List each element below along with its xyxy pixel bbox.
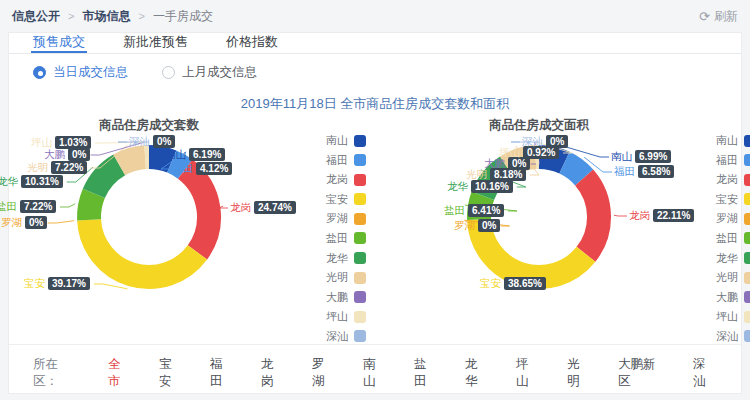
pie-slice-龙华[interactable] [94, 165, 119, 193]
filter-option-罗湖[interactable]: 罗湖 [312, 356, 336, 390]
legend-color-chip [354, 135, 366, 147]
pie-label-district: 福田 [172, 162, 193, 176]
legend-item-龙岗[interactable]: 龙岗 [310, 172, 366, 187]
filter-option-龙岗[interactable]: 龙岗 [261, 356, 285, 390]
pie-label-value: 24.74% [254, 201, 296, 214]
pie-label-深汕: 深汕0% [522, 135, 568, 148]
radio-label: 上月成交信息 [182, 64, 257, 81]
pie-label-leader-line [48, 221, 74, 223]
pie-label-district: 深汕 [522, 135, 543, 149]
pie-label-宝安: 宝安39.17% [24, 277, 90, 290]
filter-option-大鹏新区[interactable]: 大鹏新区 [618, 356, 666, 390]
content-card: 预售成交 新批准预售 价格指数 当日成交信息 上月成交信息 2019年11月18… [8, 32, 742, 394]
legend-item-南山[interactable]: 南山 [700, 133, 750, 148]
legend-item-龙华[interactable]: 龙华 [310, 251, 366, 266]
filter-option-福田[interactable]: 福田 [210, 356, 234, 390]
radio-unselected-icon [162, 66, 175, 79]
legend-label: 南山 [716, 133, 738, 148]
legend-item-福田[interactable]: 福田 [700, 153, 750, 168]
legend-label: 龙华 [716, 251, 738, 266]
radio-last-month-deals[interactable]: 上月成交信息 [162, 64, 257, 81]
breadcrumb-item-info-disclosure[interactable]: 信息公开 [12, 8, 60, 25]
pie-label-南山: 南山6.19% [165, 148, 225, 161]
pie-label-district: 坪山 [499, 146, 520, 160]
legend-color-chip [744, 213, 750, 225]
pie-slice-福田[interactable] [565, 163, 585, 178]
pie-slice-龙岗[interactable] [185, 169, 209, 252]
filter-option-光明[interactable]: 光明 [567, 356, 591, 390]
legend-item-宝安[interactable]: 宝安 [700, 192, 750, 207]
refresh-button[interactable]: ⟳ 刷新 [699, 8, 738, 25]
legend-color-chip [744, 252, 750, 264]
tab-price-index[interactable]: 价格指数 [224, 33, 280, 53]
filter-option-盐田[interactable]: 盐田 [414, 356, 438, 390]
legend-label: 罗湖 [716, 211, 738, 226]
tab-presale-transactions[interactable]: 预售成交 [31, 33, 87, 53]
pie-label-district: 南山 [611, 150, 632, 164]
pie-label-value: 0% [25, 216, 47, 229]
legend-item-光明[interactable]: 光明 [310, 270, 366, 285]
pie-label-龙华: 龙华10.16% [447, 180, 513, 193]
pie-label-leader-line [219, 206, 228, 208]
filter-option-龙华[interactable]: 龙华 [465, 356, 489, 390]
pie-label-district: 南山 [165, 148, 186, 162]
legend-item-坪山[interactable]: 坪山 [310, 309, 366, 324]
pie-slice-龙岗[interactable] [584, 178, 599, 255]
legend-item-盐田[interactable]: 盐田 [700, 231, 750, 246]
filter-option-宝安[interactable]: 宝安 [159, 356, 183, 390]
tab-new-approved-presale[interactable]: 新批准预售 [121, 33, 190, 53]
pie-slice-盐田[interactable] [89, 193, 94, 220]
legend-item-龙岗[interactable]: 龙岗 [700, 172, 750, 187]
legend-item-大鹏[interactable]: 大鹏 [310, 290, 366, 305]
filter-option-全市[interactable]: 全市 [108, 356, 132, 390]
pie-label-district: 龙华 [0, 175, 18, 189]
legend-label: 南山 [326, 133, 348, 148]
legend-item-坪山[interactable]: 坪山 [700, 309, 750, 324]
breadcrumb-item-market-info[interactable]: 市场信息 [82, 8, 130, 25]
legend-color-chip [354, 213, 366, 225]
legend-color-chip [744, 291, 750, 303]
legend-item-罗湖[interactable]: 罗湖 [700, 211, 750, 226]
filter-option-坪山[interactable]: 坪山 [516, 356, 540, 390]
radio-today-deals[interactable]: 当日成交信息 [33, 64, 128, 81]
pie-label-盐田: 盐田6.41% [444, 204, 504, 217]
pie-label-盐田: 盐田7.22% [0, 200, 56, 213]
legend-item-宝安[interactable]: 宝安 [310, 192, 366, 207]
legend-label: 光明 [716, 270, 738, 285]
legend-item-龙华[interactable]: 龙华 [700, 251, 750, 266]
pie-label-district: 宝安 [24, 277, 45, 291]
filter-option-南山[interactable]: 南山 [363, 356, 387, 390]
legend-item-盐田[interactable]: 盐田 [310, 231, 366, 246]
radio-selected-icon [33, 66, 46, 79]
legend-label: 坪山 [716, 309, 738, 324]
pie-label-罗湖: 罗湖0% [1, 216, 47, 229]
legend-color-chip [354, 330, 366, 342]
pie-slice-光明[interactable] [119, 157, 145, 165]
breadcrumb-item-new-home-deals: 一手房成交 [153, 8, 213, 25]
breadcrumb-separator: > [138, 10, 144, 22]
pie-label-value: 38.65% [504, 277, 546, 290]
pie-label-district: 福田 [614, 165, 635, 179]
chart-title-units: 商品住房成交套数 [0, 117, 304, 135]
pie-label-value: 0% [478, 219, 500, 232]
chart-group-units: 商品住房成交套数 南山6.19%福田4.12%龙岗24.74%宝安39.17%罗… [0, 117, 366, 344]
legend-item-光明[interactable]: 光明 [700, 270, 750, 285]
pie-label-district: 盐田 [444, 204, 465, 218]
legend-item-深汕[interactable]: 深汕 [700, 329, 750, 344]
pie-label-value: 0% [153, 135, 175, 148]
legend-item-深汕[interactable]: 深汕 [310, 329, 366, 344]
legend-item-大鹏[interactable]: 大鹏 [700, 290, 750, 305]
refresh-label: 刷新 [714, 8, 738, 25]
legend-label: 罗湖 [326, 211, 348, 226]
pie-label-value: 22.11% [653, 209, 694, 222]
tab-bar: 预售成交 新批准预售 价格指数 [9, 33, 741, 54]
pie-label-宝安: 宝安38.65% [480, 277, 546, 290]
pie-label-value: 10.31% [21, 175, 63, 188]
legend-item-福田[interactable]: 福田 [310, 153, 366, 168]
filter-option-深汕[interactable]: 深汕 [693, 356, 717, 390]
pie-slice-宝安[interactable] [89, 220, 197, 277]
pie-label-leader-line [614, 215, 627, 216]
chart-legend-units: 南山福田龙岗宝安罗湖盐田龙华光明大鹏坪山深汕 [310, 133, 366, 344]
legend-item-南山[interactable]: 南山 [310, 133, 366, 148]
legend-item-罗湖[interactable]: 罗湖 [310, 211, 366, 226]
